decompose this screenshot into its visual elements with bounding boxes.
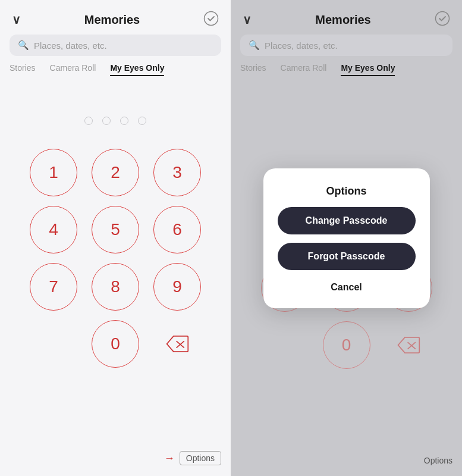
num-btn-3[interactable]: 3	[153, 149, 201, 196]
num-btn-6[interactable]: 6	[153, 206, 201, 253]
chevron-down-icon[interactable]: ∨	[12, 12, 21, 27]
num-btn-4[interactable]: 4	[30, 206, 77, 253]
tab-my-eyes-only[interactable]: My Eyes Only	[110, 63, 164, 76]
num-btn-8[interactable]: 8	[92, 263, 139, 311]
right-panel: ∨ Memories 🔍 Places, dates, etc. Stories…	[231, 0, 462, 476]
left-panel: ∨ Memories 🔍 Places, dates, etc. Stories…	[0, 0, 231, 476]
passcode-dots	[0, 117, 231, 125]
num-btn-7[interactable]: 7	[30, 263, 77, 311]
search-placeholder-text: Places, dates, etc.	[34, 40, 107, 51]
modal-title: Options	[326, 185, 367, 198]
left-header: ∨ Memories	[0, 0, 231, 35]
left-title: Memories	[84, 13, 140, 27]
dot-3	[120, 117, 128, 125]
num-btn-5[interactable]: 5	[92, 206, 139, 253]
numpad-row-3: 7 8 9	[30, 263, 201, 311]
num-btn-1[interactable]: 1	[30, 149, 77, 196]
change-passcode-button[interactable]: Change Passcode	[278, 207, 416, 234]
left-tabs: Stories Camera Roll My Eyes Only	[0, 63, 231, 76]
left-search-bar[interactable]: 🔍 Places, dates, etc.	[10, 35, 221, 56]
numpad-row-2: 4 5 6	[30, 206, 201, 253]
num-btn-9[interactable]: 9	[153, 263, 201, 311]
svg-point-0	[205, 12, 218, 26]
dot-4	[138, 117, 146, 125]
numpad-row-4: 0	[30, 320, 201, 368]
dot-2	[102, 117, 111, 125]
delete-button[interactable]	[153, 320, 201, 368]
numpad-row-1: 1 2 3	[30, 149, 201, 196]
cancel-button[interactable]: Cancel	[278, 278, 416, 296]
check-icon[interactable]	[203, 11, 219, 29]
options-bottom: → Options	[164, 451, 221, 465]
tab-camera-roll[interactable]: Camera Roll	[50, 63, 96, 76]
numpad: 1 2 3 4 5 6 7 8 9 0	[0, 149, 231, 368]
modal-overlay: Options Change Passcode Forgot Passcode …	[231, 0, 462, 476]
forgot-passcode-button[interactable]: Forgot Passcode	[278, 243, 416, 270]
tab-stories[interactable]: Stories	[10, 63, 36, 76]
num-btn-0[interactable]: 0	[92, 320, 139, 368]
options-button-label[interactable]: Options	[180, 451, 221, 465]
search-icon: 🔍	[18, 40, 29, 51]
modal-card: Options Change Passcode Forgot Passcode …	[263, 168, 430, 308]
dot-1	[84, 117, 93, 125]
arrow-right-icon: →	[164, 452, 175, 465]
num-btn-2[interactable]: 2	[92, 149, 139, 196]
